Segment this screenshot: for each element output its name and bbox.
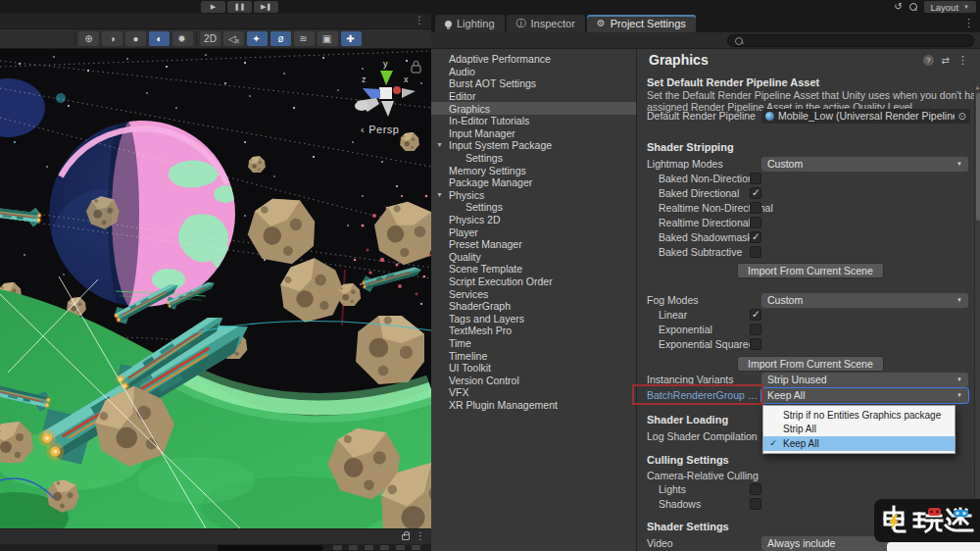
mini-icon[interactable] [333, 545, 342, 550]
checkbox[interactable] [750, 246, 761, 258]
effects-icon[interactable]: ✦ [247, 31, 268, 46]
settings-list-item[interactable]: Preset Manager [431, 238, 636, 251]
settings-list-item[interactable]: Quality [431, 251, 636, 264]
settings-list-item[interactable]: Adaptive Performance [431, 53, 636, 66]
preset-icon[interactable]: ⇄ [942, 55, 950, 66]
checkbox[interactable] [750, 217, 761, 228]
foldout-icon[interactable] [436, 191, 443, 198]
settings-list-item[interactable]: Timeline [431, 349, 636, 362]
checkbox[interactable] [750, 338, 761, 350]
draw-mode-shaded-icon[interactable]: ◐ [149, 31, 170, 46]
draw-mode-unlit-icon[interactable]: ● [125, 31, 146, 46]
tab-inspector[interactable]: ⓘ Inspector [507, 15, 585, 32]
import-from-current-scene-button[interactable]: Import From Current Scene [737, 356, 884, 372]
mini-icon[interactable] [349, 545, 358, 550]
settings-list-item[interactable]: Scene Template [431, 263, 636, 276]
settings-list-item[interactable]: Package Manager [431, 176, 636, 189]
mini-icon[interactable] [365, 545, 373, 550]
scrollbar[interactable]: ▲ [974, 84, 980, 551]
mini-icon[interactable] [396, 545, 405, 550]
2d-toggle-button[interactable]: 2D [200, 31, 220, 46]
persp-label[interactable]: ‹Persp [361, 124, 399, 135]
dropdown-option[interactable]: Keep All [763, 436, 955, 451]
checkbox-row: Realtime Non-Directional [647, 200, 968, 215]
layout-dropdown[interactable]: Layout ▼ [924, 1, 976, 13]
settings-list-item[interactable]: Settings [431, 152, 636, 165]
settings-list-item[interactable]: Editor [431, 90, 636, 103]
default-render-pipeline-field[interactable]: Mobile_Low (Universal Render Pipeline A … [761, 109, 970, 124]
search-box[interactable] [727, 34, 974, 47]
batchrenderergroup-variants-dropdown[interactable]: Keep All [761, 388, 968, 403]
checkbox[interactable] [750, 231, 761, 243]
settings-list-item[interactable]: Player [431, 225, 636, 238]
audio-mute-icon[interactable]: ◁ₓ [223, 31, 244, 46]
help-icon[interactable]: ? [923, 55, 934, 66]
lock-icon[interactable] [412, 61, 420, 73]
checkbox[interactable] [750, 498, 761, 510]
dropdown-option[interactable]: Strip All [763, 423, 955, 437]
draw-mode-shaded-wireframe-icon[interactable]: ◑ [102, 31, 122, 46]
scrollbar-thumb[interactable] [976, 93, 980, 221]
axis-gizmo[interactable]: y x z [355, 59, 416, 117]
history-icon[interactable]: ↺ [894, 1, 902, 13]
settings-list-item[interactable]: Memory Settings [431, 164, 636, 176]
checkbox[interactable] [750, 202, 761, 214]
settings-list-item[interactable]: Input Manager [431, 127, 636, 140]
settings-list-item[interactable]: TextMesh Pro [431, 325, 636, 337]
settings-list-item[interactable]: Physics 2D [431, 214, 636, 226]
instancing-variants-dropdown[interactable]: Strip Unused [761, 373, 968, 387]
scene-menu-icon[interactable]: ⋮ [415, 15, 424, 25]
settings-list-item[interactable]: Time [431, 337, 636, 350]
debug-draw-mode-icon[interactable]: ✹ [172, 31, 193, 46]
checkbox[interactable] [750, 324, 761, 335]
scroll-up-icon[interactable]: ▲ [975, 84, 980, 91]
fog-modes-dropdown[interactable]: Custom [761, 293, 968, 308]
settings-list-item[interactable]: ShaderGraph [431, 300, 636, 313]
checkbox[interactable] [750, 309, 761, 321]
foldout-icon[interactable] [436, 141, 443, 148]
settings-list-item[interactable]: Burst AOT Settings [431, 77, 636, 90]
settings-list-item[interactable]: Version Control [431, 374, 636, 386]
scene-visibility-icon[interactable]: ø [270, 31, 291, 46]
lock-icon[interactable] [402, 534, 410, 540]
settings-list-item[interactable]: Script Execution Order [431, 276, 636, 288]
settings-list-item[interactable]: Settings [431, 201, 636, 214]
scene-viewport[interactable]: y x z ‹Persp [0, 49, 431, 528]
gizmos-icon[interactable]: ✚ [341, 31, 362, 46]
panel-menu-icon[interactable]: ⋮ [416, 530, 425, 541]
search-icon[interactable] [909, 3, 917, 11]
settings-list-item[interactable]: Tags and Layers [431, 312, 636, 325]
step-button[interactable]: ▶❚ [254, 1, 278, 13]
mini-slider[interactable] [218, 545, 323, 551]
pause-button[interactable]: ❚❚ [227, 1, 252, 13]
settings-list-item[interactable]: In-Editor Tutorials [431, 115, 636, 127]
draw-mode-wireframe-icon[interactable]: ⊕ [78, 31, 99, 46]
tab-lighting[interactable]: Lighting [435, 15, 505, 32]
search-input[interactable] [747, 35, 966, 46]
settings-list-item[interactable]: UI Toolkit [431, 362, 636, 375]
import-from-current-scene-button[interactable]: Import From Current Scene [737, 263, 884, 278]
settings-list-item[interactable]: Input System Package [431, 139, 636, 152]
checkbox[interactable] [750, 173, 761, 184]
tab-menu-icon[interactable]: ⋮ [963, 17, 974, 29]
graphics-settings-panel: Graphics ? ⇄ ⋮ Set Default Render Pipeli… [637, 49, 980, 551]
annotation-highlight-box [632, 384, 763, 405]
lightmap-modes-dropdown[interactable]: Custom [761, 157, 968, 172]
overlays-icon[interactable]: ▣ [318, 31, 338, 46]
settings-list-item[interactable]: VFX [431, 386, 636, 399]
settings-list-item[interactable]: XR Plugin Management [431, 399, 636, 412]
mini-icon[interactable] [380, 545, 389, 550]
layers-icon[interactable]: ≋ [294, 31, 315, 46]
play-button[interactable]: ▶ [201, 1, 225, 13]
checkbox[interactable] [750, 187, 761, 199]
more-menu-icon[interactable]: ⋮ [957, 54, 968, 67]
mini-icon[interactable] [412, 545, 420, 550]
object-picker-icon[interactable]: ⊙ [958, 111, 966, 122]
settings-list-item[interactable]: Physics [431, 189, 636, 202]
checkbox[interactable] [750, 483, 761, 495]
tab-project-settings[interactable]: ⚙ Project Settings [587, 15, 696, 32]
dropdown-option[interactable]: Strip if no Entities Graphics package [763, 408, 955, 423]
settings-list-item[interactable]: Services [431, 287, 636, 300]
settings-list-item[interactable]: Graphics [431, 102, 636, 115]
settings-list-item[interactable]: Audio [431, 66, 636, 78]
